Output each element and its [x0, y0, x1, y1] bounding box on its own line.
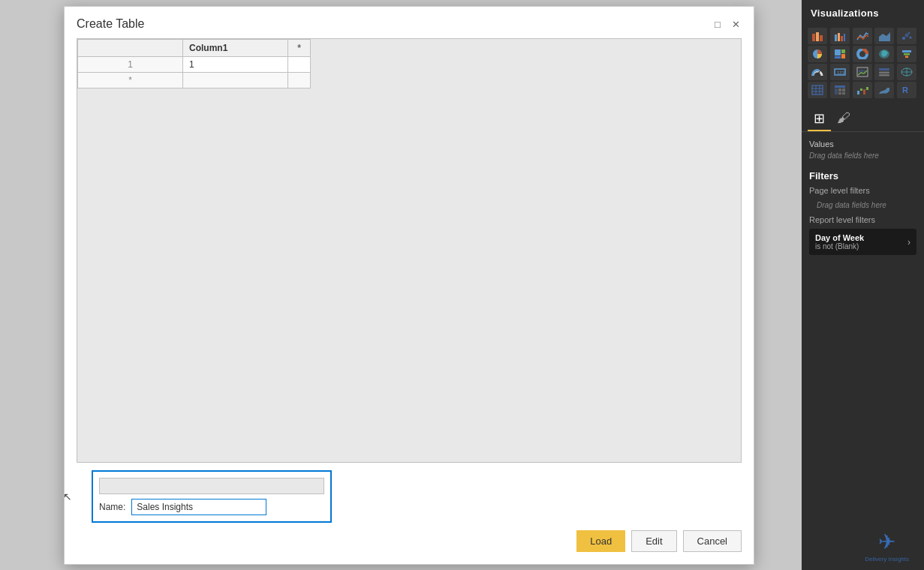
values-drag-area: Drag data fields here — [802, 150, 924, 166]
name-label: Name: — [99, 502, 125, 512]
svg-rect-38 — [835, 86, 845, 88]
gauge-icon[interactable] — [808, 64, 827, 80]
area-chart-icon[interactable] — [874, 28, 894, 44]
svg-rect-44 — [857, 91, 859, 94]
svg-rect-15 — [841, 54, 845, 58]
svg-rect-16 — [835, 56, 841, 58]
svg-rect-19 — [902, 50, 911, 52]
svg-point-8 — [902, 37, 905, 40]
row-number-1: 1 — [78, 57, 183, 73]
svg-rect-1 — [816, 32, 819, 41]
svg-rect-0 — [812, 34, 815, 41]
minimize-button[interactable]: □ — [712, 18, 724, 30]
svg-point-11 — [908, 32, 910, 34]
name-row: Name: — [99, 499, 324, 515]
filters-title: Filters — [809, 170, 916, 182]
filter-card-title: Day of Week — [815, 233, 864, 242]
r-visual-icon[interactable]: R — [897, 82, 916, 98]
map-icon[interactable] — [897, 64, 916, 80]
svg-rect-2 — [820, 35, 823, 41]
svg-rect-45 — [860, 88, 862, 91]
formula-bar[interactable] — [99, 478, 324, 494]
watermark-text: Delivery Insights — [865, 556, 909, 562]
funnel-icon[interactable] — [897, 46, 916, 62]
svg-rect-13 — [835, 50, 841, 56]
pie-chart-icon[interactable] — [808, 46, 827, 62]
svg-rect-6 — [844, 34, 845, 41]
kpi-icon[interactable]: KPI — [853, 64, 872, 80]
column1-header[interactable]: Column1 — [183, 40, 288, 57]
matrix-icon[interactable] — [830, 82, 850, 98]
row-1-col1[interactable]: 1 — [183, 57, 288, 73]
svg-rect-20 — [904, 53, 910, 56]
row-new-star[interactable] — [288, 73, 311, 88]
page-level-drag: Drag data fields here — [809, 200, 916, 215]
filter-card-subtitle: is not (Blank) — [815, 242, 864, 250]
treemap-icon[interactable] — [830, 46, 850, 62]
waterfall-icon[interactable] — [853, 82, 872, 98]
cursor-indicator: ↖ — [63, 490, 72, 502]
cancel-button[interactable]: Cancel — [683, 530, 742, 552]
star-column-header[interactable]: * — [288, 40, 311, 57]
dialog-footer: ↖ Name: Load Edit Cancel — [77, 463, 742, 564]
right-panel: Visualizations — [802, 0, 924, 570]
svg-rect-28 — [879, 72, 889, 74]
dialog-body: Column1 * 1 1 * — [65, 38, 754, 564]
dialog-controls: □ ✕ — [712, 18, 742, 30]
svg-rect-3 — [835, 34, 837, 41]
filled-map-icon[interactable] — [874, 46, 894, 62]
slicer-icon[interactable] — [874, 64, 894, 80]
svg-rect-47 — [866, 87, 868, 90]
selection-box: Name: — [92, 470, 332, 523]
stacked-bar-icon[interactable] — [808, 28, 827, 44]
svg-rect-27 — [879, 68, 889, 70]
svg-text:R: R — [902, 86, 908, 94]
svg-rect-4 — [838, 33, 840, 41]
table-row-new: * — [78, 73, 311, 88]
dialog-header: Create Table □ ✕ — [65, 7, 754, 38]
table-container: Column1 * 1 1 * — [77, 38, 742, 463]
filter-expand-icon: › — [907, 237, 910, 248]
dialog-title: Create Table — [77, 17, 144, 31]
svg-rect-29 — [879, 74, 889, 76]
format-tab[interactable]: 🖌 — [831, 107, 856, 131]
fields-tab[interactable]: ⊞ — [808, 107, 831, 131]
close-button[interactable]: ✕ — [730, 18, 742, 30]
day-of-week-filter-card[interactable]: Day of Week is not (Blank) › — [809, 229, 916, 255]
svg-rect-40 — [838, 88, 841, 92]
viz-tabs: ⊞ 🖌 — [802, 101, 924, 132]
scatter-icon[interactable] — [897, 28, 916, 44]
load-button[interactable]: Load — [576, 530, 625, 552]
svg-rect-43 — [842, 92, 845, 94]
row-1-star[interactable] — [288, 57, 311, 73]
viz-icons-grid: 123 KPI — [802, 25, 924, 101]
svg-text:123: 123 — [837, 70, 845, 75]
row-new-col1[interactable] — [183, 73, 288, 88]
edit-button[interactable]: Edit — [631, 530, 676, 552]
card-icon[interactable]: 123 — [830, 64, 850, 80]
svg-rect-33 — [812, 86, 823, 94]
clustered-bar-icon[interactable] — [830, 28, 850, 44]
svg-rect-5 — [841, 36, 843, 41]
svg-point-10 — [910, 37, 912, 39]
name-input[interactable] — [131, 499, 266, 515]
ribbon-icon[interactable] — [874, 82, 894, 98]
svg-rect-39 — [835, 88, 838, 94]
table-icon[interactable] — [808, 82, 827, 98]
filter-card-content: Day of Week is not (Blank) — [815, 233, 864, 250]
line-chart-icon[interactable] — [853, 28, 872, 44]
row-number-new: * — [78, 73, 183, 88]
row-num-header — [78, 40, 183, 57]
svg-rect-46 — [863, 89, 865, 94]
panel-title: Visualizations — [802, 0, 924, 25]
data-table: Column1 * 1 1 * — [77, 39, 311, 88]
donut-chart-icon[interactable] — [853, 46, 872, 62]
svg-rect-14 — [841, 50, 845, 53]
watermark-icon: ✈ — [865, 530, 909, 554]
page-level-filters-label: Page level filters — [809, 186, 916, 195]
report-level-filters-label: Report level filters — [809, 215, 916, 224]
svg-rect-41 — [842, 88, 845, 92]
create-table-dialog: Create Table □ ✕ Column1 * 1 1 — [64, 6, 754, 565]
svg-rect-21 — [905, 56, 908, 58]
svg-marker-7 — [879, 32, 890, 41]
